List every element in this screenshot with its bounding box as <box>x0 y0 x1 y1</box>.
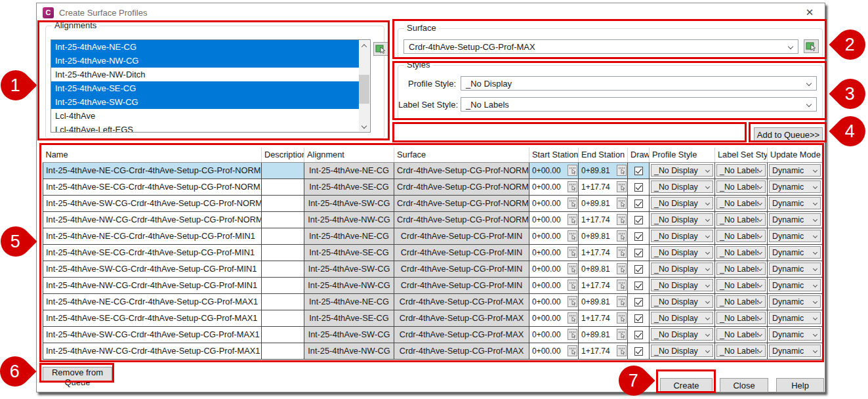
cell-draw[interactable] <box>628 195 650 211</box>
alignment-list-item[interactable]: Int-25-4thAve-NW-Ditch <box>51 68 359 81</box>
pick-start-station-button[interactable] <box>568 312 577 324</box>
pick-start-station-button[interactable] <box>568 280 577 291</box>
cell-description[interactable] <box>262 326 304 343</box>
cell-description[interactable] <box>262 261 304 277</box>
profile-style-cell-dropdown[interactable]: _No Display <box>651 262 713 275</box>
cell-start-station[interactable]: 0+00.00 <box>529 310 579 326</box>
draw-checkbox[interactable] <box>634 249 643 257</box>
draw-checkbox[interactable] <box>634 298 643 306</box>
pick-start-station-button[interactable] <box>568 198 577 209</box>
pick-end-station-button[interactable] <box>617 345 627 356</box>
cell-end-station[interactable]: 0+89.81 <box>579 261 628 277</box>
cell-draw[interactable] <box>628 244 650 261</box>
draw-checkbox[interactable] <box>634 265 643 274</box>
profile-style-cell-dropdown[interactable]: _No Display <box>651 246 713 259</box>
pick-start-station-button[interactable] <box>568 230 577 242</box>
profile-style-cell-dropdown[interactable]: _No Display <box>651 180 713 193</box>
cell-end-station[interactable]: 1+17.74 <box>579 310 628 326</box>
pick-end-station-button[interactable] <box>617 247 627 258</box>
pick-end-station-button[interactable] <box>617 214 627 225</box>
cell-draw[interactable] <box>628 277 650 293</box>
create-button[interactable]: Create <box>660 378 713 392</box>
update-mode-cell-dropdown[interactable]: Dynamic <box>769 262 821 275</box>
help-button[interactable]: Help <box>776 378 824 392</box>
cell-name[interactable]: Int-25-4thAve-SE-CG-Crdr-4thAve-Setup-CG… <box>43 310 262 326</box>
alignments-scrollbar[interactable] <box>359 41 369 131</box>
update-mode-cell-dropdown[interactable]: Dynamic <box>769 312 821 324</box>
draw-checkbox[interactable] <box>634 282 643 290</box>
cell-name[interactable]: Int-25-4thAve-SW-CG-Crdr-4thAve-Setup-CG… <box>43 261 262 277</box>
profile-style-cell-dropdown[interactable]: _No Display <box>651 328 713 341</box>
cell-description[interactable] <box>262 277 304 293</box>
draw-checkbox[interactable] <box>634 331 643 339</box>
pick-start-station-button[interactable] <box>568 214 577 225</box>
label-set-style-cell-dropdown[interactable]: _No Labels <box>716 295 766 308</box>
draw-checkbox[interactable] <box>634 347 643 356</box>
cell-end-station[interactable]: 0+89.81 <box>579 228 628 244</box>
alignment-list-item[interactable]: Int-25-4thAve-NE-CG <box>51 40 359 54</box>
label-set-style-cell-dropdown[interactable]: _No Labels <box>716 279 766 291</box>
pick-start-station-button[interactable] <box>568 296 577 307</box>
cell-start-station[interactable]: 0+00.00 <box>529 244 579 261</box>
profile-style-cell-dropdown[interactable]: _No Display <box>651 312 713 324</box>
cell-name[interactable]: Int-25-4thAve-NW-CG-Crdr-4thAve-Setup-CG… <box>43 277 262 293</box>
cell-draw[interactable] <box>628 228 650 244</box>
label-set-style-cell-dropdown[interactable]: _No Labels <box>716 213 766 226</box>
cell-name[interactable]: Int-25-4thAve-NE-CG-Crdr-4thAve-Setup-CG… <box>43 162 262 178</box>
pick-end-station-button[interactable] <box>617 329 627 340</box>
update-mode-cell-dropdown[interactable]: Dynamic <box>769 230 821 242</box>
cell-start-station[interactable]: 0+00.00 <box>529 162 579 178</box>
alignment-list-item[interactable]: Int-25-4thAve-SW-CG <box>51 95 359 109</box>
cell-description[interactable] <box>262 228 304 244</box>
scroll-up-icon[interactable] <box>359 41 369 51</box>
close-icon[interactable]: ✕ <box>801 6 818 19</box>
label-set-style-cell-dropdown[interactable]: _No Labels <box>716 164 766 177</box>
label-set-style-combobox[interactable]: _No Labels <box>461 97 817 112</box>
cell-start-station[interactable]: 0+00.00 <box>529 178 579 195</box>
cell-name[interactable]: Int-25-4thAve-NW-CG-Crdr-4thAve-Setup-CG… <box>43 211 262 228</box>
pick-end-station-button[interactable] <box>617 296 627 307</box>
label-set-style-cell-dropdown[interactable]: _No Labels <box>716 345 766 357</box>
update-mode-cell-dropdown[interactable]: Dynamic <box>769 180 821 193</box>
label-set-style-cell-dropdown[interactable]: _No Labels <box>716 180 766 193</box>
alignment-list-item[interactable]: Lcl-4thAve-Left-EGS <box>51 123 359 133</box>
pick-end-station-button[interactable] <box>617 280 627 291</box>
alignment-list-item[interactable]: Int-25-4thAve-NW-CG <box>51 54 359 68</box>
cell-draw[interactable] <box>628 326 650 343</box>
profile-style-cell-dropdown[interactable]: _No Display <box>651 197 713 209</box>
draw-checkbox[interactable] <box>634 232 643 241</box>
cell-start-station[interactable]: 0+00.00 <box>529 343 579 359</box>
cell-draw[interactable] <box>628 178 650 195</box>
cell-draw[interactable] <box>628 310 650 326</box>
pick-end-station-button[interactable] <box>617 198 627 209</box>
profile-style-cell-dropdown[interactable]: _No Display <box>651 345 713 357</box>
pick-end-station-button[interactable] <box>617 230 627 242</box>
cell-end-station[interactable]: 1+17.74 <box>579 343 628 359</box>
profile-style-cell-dropdown[interactable]: _No Display <box>651 230 713 242</box>
remove-from-queue-button[interactable]: Remove from Queue <box>43 367 112 382</box>
cell-start-station[interactable]: 0+00.00 <box>529 277 579 293</box>
cell-end-station[interactable]: 1+17.74 <box>579 178 628 195</box>
profile-style-cell-dropdown[interactable]: _No Display <box>651 279 713 291</box>
pick-end-station-button[interactable] <box>617 263 627 274</box>
cell-name[interactable]: Int-25-4thAve-SW-CG-Crdr-4thAve-Setup-CG… <box>43 326 262 343</box>
label-set-style-cell-dropdown[interactable]: _No Labels <box>716 197 766 209</box>
update-mode-cell-dropdown[interactable]: Dynamic <box>769 345 821 357</box>
cell-end-station[interactable]: 0+89.81 <box>579 162 628 178</box>
close-button[interactable]: Close <box>720 378 768 392</box>
pick-end-station-button[interactable] <box>617 165 627 176</box>
cell-end-station[interactable]: 1+17.74 <box>579 277 628 293</box>
cell-end-station[interactable]: 1+17.74 <box>579 244 628 261</box>
cell-name[interactable]: Int-25-4thAve-SE-CG-Crdr-4thAve-Setup-CG… <box>43 178 262 195</box>
scroll-down-icon[interactable] <box>359 121 369 131</box>
select-surface-from-drawing-button[interactable] <box>804 39 819 53</box>
cell-description[interactable] <box>262 162 304 178</box>
alignment-list-item[interactable]: Lcl-4thAve <box>51 109 359 123</box>
cell-start-station[interactable]: 0+00.00 <box>529 261 579 277</box>
cell-name[interactable]: Int-25-4thAve-NE-CG-Crdr-4thAve-Setup-CG… <box>43 228 262 244</box>
update-mode-cell-dropdown[interactable]: Dynamic <box>769 246 821 259</box>
label-set-style-cell-dropdown[interactable]: _No Labels <box>716 262 766 275</box>
update-mode-cell-dropdown[interactable]: Dynamic <box>769 197 821 209</box>
cell-end-station[interactable]: 0+89.81 <box>579 195 628 211</box>
cell-start-station[interactable]: 0+00.00 <box>529 293 579 310</box>
